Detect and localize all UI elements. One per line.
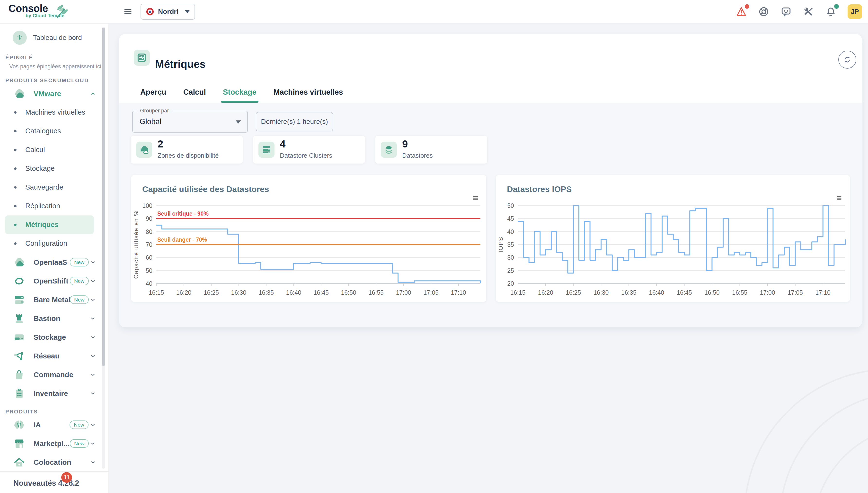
sidebar-item-openshift[interactable]: OpenShift New (0, 272, 108, 290)
new-badge: New (70, 277, 89, 285)
sidebar-item-bare-metal[interactable]: Bare Metal New (0, 290, 108, 309)
chart-card-capacite-utilisee-des-datastores: Capacité utilisée des Datastores 4050607… (131, 175, 486, 302)
sidebar-item-calcul[interactable]: Calcul (0, 141, 108, 159)
house-icon (13, 456, 26, 469)
x-axis-tick-label: 16:45 (677, 289, 692, 296)
x-axis-tick-label: 16:35 (621, 289, 637, 296)
y-axis-tick-label: 35 (507, 241, 514, 248)
chart-menu-button[interactable] (471, 194, 480, 202)
notification-dot (834, 4, 839, 9)
alerts-button[interactable] (736, 6, 747, 17)
x-axis-tick-label: 16:30 (594, 289, 609, 296)
cluster-icon (258, 142, 274, 158)
y-axis-tick-label: 45 (507, 215, 514, 222)
tab-stockage[interactable]: Stockage (223, 82, 257, 103)
sidebar-item-machines-virtuelles[interactable]: Machines virtuelles (0, 103, 108, 122)
sidebar-item-ia[interactable]: IA New (0, 415, 108, 434)
bullet-icon (14, 186, 17, 189)
sidebar-item-sauvegarde[interactable]: Sauvegarde (0, 178, 108, 197)
chevron-down-icon (89, 334, 97, 340)
sidebar-item-reseau[interactable]: Réseau (0, 346, 108, 365)
bullet-icon (14, 130, 17, 132)
support-button[interactable] (758, 6, 769, 17)
feedback-button[interactable] (780, 6, 792, 17)
sidebar-item-tableau-de-bord[interactable]: Tableau de bord (0, 27, 108, 49)
chevron-up-icon (89, 91, 97, 97)
chat-icon (780, 6, 792, 17)
stat-cards: 2 Zones de disponibilité 4 Datastore Clu… (131, 136, 487, 164)
x-axis-tick-label: 16:55 (732, 289, 747, 296)
chevron-down-icon (89, 297, 97, 303)
tab-machines-virtuelles[interactable]: Machines virtuelles (273, 82, 344, 103)
sidebar-item-stockage[interactable]: Stockage (0, 159, 108, 178)
stat-value: 4 (280, 138, 285, 150)
refresh-button[interactable] (838, 50, 856, 69)
metrics-card: Métriques AperçuCalculStockageMachines v… (119, 34, 862, 327)
sidebar-item-vmware[interactable]: VMware (0, 84, 108, 103)
chart-card-datastores-iops: Datastores IOPS 2025303540455016:1516:20… (496, 175, 850, 302)
notifications-button[interactable] (825, 6, 837, 17)
baremetal-icon (13, 293, 26, 306)
threshold-label: Seuil critique - 90% (157, 211, 209, 217)
cloud-zone-icon (136, 142, 152, 158)
new-badge: New (70, 421, 89, 429)
x-axis-tick-label: 16:50 (704, 289, 720, 296)
y-axis-tick-label: 50 (146, 267, 153, 274)
tab-calcul[interactable]: Calcul (183, 82, 206, 103)
y-axis-tick-label: 100 (142, 202, 153, 209)
caret-down-icon (235, 121, 241, 124)
sidebar-item-replication[interactable]: Réplication (0, 197, 108, 215)
new-badge: New (70, 258, 89, 266)
sidebar-item-catalogues[interactable]: Catalogues (0, 122, 108, 141)
menu-toggle-button[interactable] (122, 6, 134, 17)
page-title: Métriques (155, 58, 206, 70)
chart-menu-button[interactable] (835, 194, 843, 202)
chevron-down-icon (89, 353, 97, 359)
chevron-down-icon (89, 278, 97, 284)
chevron-down-icon (89, 390, 97, 396)
stat-card-datastore-clusters: 4 Datastore Clusters (253, 136, 365, 164)
sidebar-item-colocation[interactable]: Colocation (0, 453, 108, 472)
release-notes-link[interactable]: Nouveautés 4.26.2 11 (0, 471, 108, 493)
tenant-name: Nordri (158, 8, 179, 16)
group-by-select[interactable]: Grouper par Global (132, 111, 248, 133)
bullet-icon (14, 149, 17, 151)
console-app: Console by Cloud Temple Nordri (0, 0, 868, 493)
x-axis-tick-label: 16:20 (538, 289, 553, 296)
sidebar-item-stockage[interactable]: Stockage (0, 328, 108, 346)
chart-title: Datastores IOPS (507, 185, 572, 194)
chart-title: Capacité utilisée des Datastores (142, 185, 269, 194)
x-axis-tick-label: 17:00 (396, 289, 411, 296)
tools-button[interactable] (803, 6, 814, 17)
tab-content: Grouper par Global Dernière(s) 1 heure(s… (119, 103, 862, 327)
store-icon (13, 437, 26, 450)
sidebar-section-produits: PRODUITS (0, 408, 108, 415)
group-by-value: Global (140, 117, 161, 126)
sidebar-item-bastion[interactable]: Bastion (0, 309, 108, 328)
sidebar-scrollbar-thumb[interactable] (102, 28, 105, 366)
cloud-icon (13, 87, 26, 100)
chart-plot: 2025303540455016:1516:2016:2516:3016:351… (496, 175, 850, 302)
sidebar-item-openiaas[interactable]: OpenIaaS New (0, 253, 108, 272)
sidebar-item-marketpl[interactable]: Marketpl... New (0, 434, 108, 453)
sidebar-item-configuration[interactable]: Configuration (0, 234, 108, 253)
user-avatar[interactable]: JP (848, 4, 862, 19)
tab-apercu[interactable]: Aperçu (140, 82, 167, 103)
lifebuoy-icon (758, 6, 769, 17)
storage-icon (13, 331, 26, 344)
x-axis-tick-label: 16:40 (649, 289, 664, 296)
sidebar-item-inventaire[interactable]: Inventaire (0, 384, 108, 403)
dragonfly-icon (53, 3, 70, 20)
sidebar-item-commande[interactable]: Commande (0, 365, 108, 384)
tenant-selector[interactable]: Nordri (140, 4, 195, 20)
cloud-icon (13, 256, 26, 269)
bullet-icon (14, 111, 17, 114)
cocarde-icon (146, 7, 154, 16)
network-icon (13, 349, 26, 363)
chevron-down-icon (89, 316, 97, 321)
time-range-button[interactable]: Dernière(s) 1 heure(s) (256, 112, 333, 131)
x-axis-tick-label: 16:15 (149, 289, 164, 296)
sidebar-nav: Tableau de bordÉPINGLÉVos pages épinglée… (0, 23, 108, 472)
stat-label: Datastores (402, 152, 433, 159)
sidebar-item-metriques[interactable]: Métriques (5, 215, 94, 234)
